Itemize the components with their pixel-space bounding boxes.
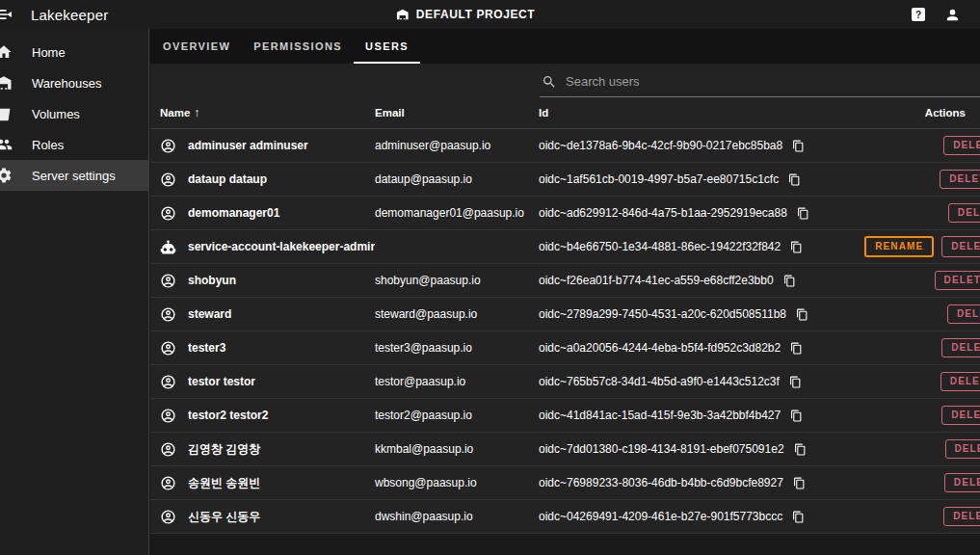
user-name: 김영창 김영창 bbox=[188, 441, 260, 458]
project-warehouse-icon bbox=[396, 8, 410, 21]
user-email: wbsong@paasup.io bbox=[375, 476, 539, 489]
table-body: adminuser adminuser adminuser@paasup.io … bbox=[150, 129, 980, 534]
user-name: tester3 bbox=[188, 341, 225, 355]
users-panel: Name ↑ Email Id Actions adminuser adminu… bbox=[150, 64, 980, 534]
copy-icon[interactable] bbox=[789, 376, 802, 388]
user-id: oidc~7dd01380-c198-4134-8191-ebef075091e… bbox=[539, 442, 784, 456]
table-row[interactable]: dataup dataup dataup@paasup.io oidc~1af5… bbox=[150, 163, 980, 197]
user-name: adminuser adminuser bbox=[188, 139, 308, 152]
home-icon bbox=[0, 43, 13, 61]
search-field bbox=[540, 71, 980, 97]
user-name: testor testor bbox=[188, 375, 255, 388]
column-header-id[interactable]: Id bbox=[539, 107, 763, 119]
project-name: DEFAULT PROJECT bbox=[416, 8, 535, 21]
delete-button[interactable]: DELETE bbox=[948, 203, 980, 223]
table-row[interactable]: tester3 tester3@paasup.io oidc~a0a20056-… bbox=[150, 331, 980, 365]
delete-button[interactable]: DELETE bbox=[945, 439, 980, 459]
rename-button[interactable]: RENAME bbox=[864, 236, 934, 257]
copy-icon[interactable] bbox=[793, 477, 806, 489]
column-header-name[interactable]: Name ↑ bbox=[150, 106, 375, 119]
sidebar-item-label: Volumes bbox=[32, 107, 80, 121]
copy-icon[interactable] bbox=[783, 275, 796, 287]
user-name: service-account-lakekeeper-admin bbox=[188, 240, 375, 253]
table-row[interactable]: adminuser adminuser adminuser@paasup.io … bbox=[150, 129, 980, 163]
user-id: oidc~ad629912-846d-4a75-b1aa-2952919eca8… bbox=[539, 206, 787, 220]
delete-button[interactable]: DELETE bbox=[941, 338, 980, 357]
copy-icon[interactable] bbox=[790, 410, 803, 422]
tab-overview[interactable]: OVERVIEW bbox=[151, 29, 242, 64]
delete-button[interactable]: DELETE bbox=[940, 170, 980, 189]
table-row[interactable]: demomanager01 demomanager01@paasup.io oi… bbox=[150, 197, 980, 230]
user-id: oidc~2789a299-7450-4531-a20c-620d508511b… bbox=[539, 307, 786, 321]
copy-icon[interactable] bbox=[790, 241, 803, 253]
tab-bar: OVERVIEWPERMISSIONSUSERS bbox=[150, 29, 980, 64]
account-circle-icon bbox=[160, 138, 176, 154]
delete-button[interactable]: DELETE bbox=[941, 406, 980, 425]
sidebar-nav: HomeWarehousesVolumesRolesServer setting… bbox=[0, 29, 149, 555]
table-row[interactable]: testor2 testor2 testor2@paasup.io oidc~4… bbox=[150, 399, 980, 433]
delete-button[interactable]: DELETE bbox=[940, 372, 980, 391]
table-row[interactable]: 신동우 신동우 dwshin@paasup.io oidc~04269491-4… bbox=[150, 500, 980, 534]
user-name: 송원빈 송원빈 bbox=[188, 475, 260, 491]
copy-icon[interactable] bbox=[792, 511, 805, 523]
main-content: OVERVIEWPERMISSIONSUSERS Name ↑ Email Id… bbox=[150, 29, 980, 555]
user-id: oidc~de1378a6-9b4c-42cf-9b90-0217ebc85ba… bbox=[539, 139, 782, 152]
user-email: steward@paasup.io bbox=[375, 307, 539, 321]
delete-button[interactable]: DELETE bbox=[935, 271, 980, 290]
user-id: oidc~b4e66750-1e34-4881-86ec-19422f32f84… bbox=[539, 240, 781, 253]
sidebar-item-warehouses[interactable]: Warehouses bbox=[0, 67, 148, 98]
account-circle-icon bbox=[160, 340, 176, 357]
copy-icon[interactable] bbox=[790, 342, 803, 355]
copy-icon[interactable] bbox=[796, 308, 808, 321]
bucket-icon bbox=[0, 105, 13, 122]
robot-icon bbox=[160, 239, 176, 255]
sidebar-item-label: Home bbox=[32, 45, 66, 60]
table-row[interactable]: shobyun shobyun@paasup.io oidc~f26ea01f-… bbox=[150, 264, 980, 298]
table-row[interactable]: steward steward@paasup.io oidc~2789a299-… bbox=[150, 298, 980, 331]
sidebar-item-volumes[interactable]: Volumes bbox=[0, 98, 148, 129]
copy-icon[interactable] bbox=[797, 207, 809, 220]
project-selector[interactable]: DEFAULT PROJECT bbox=[396, 8, 535, 21]
app-title: Lakekeeper bbox=[31, 7, 108, 23]
user-name: dataup dataup bbox=[188, 172, 267, 186]
copy-icon[interactable] bbox=[788, 173, 801, 186]
delete-button[interactable]: DELETE bbox=[947, 304, 980, 324]
user-email: shobyun@paasup.io bbox=[375, 274, 539, 287]
delete-button[interactable]: DELETE bbox=[941, 236, 980, 257]
search-row bbox=[150, 64, 980, 97]
account-circle-icon bbox=[160, 509, 176, 525]
user-email: demomanager01@paasup.io bbox=[375, 206, 539, 220]
user-email: dwshin@paasup.io bbox=[375, 510, 539, 523]
delete-button[interactable]: DELETE bbox=[943, 136, 980, 155]
user-id: oidc~a0a20056-4244-4eba-b5f4-fd952c3d82b… bbox=[539, 341, 781, 355]
people-icon bbox=[0, 136, 13, 153]
table-row[interactable]: testor testor testor@paasup.io oidc~765b… bbox=[150, 365, 980, 399]
user-id: oidc~765b57c8-34d1-4b5d-a9f0-e1443c512c3… bbox=[539, 375, 780, 388]
copy-icon[interactable] bbox=[792, 140, 805, 152]
menu-open-icon[interactable] bbox=[0, 5, 13, 24]
copy-icon[interactable] bbox=[794, 443, 807, 456]
sidebar-item-label: Warehouses bbox=[32, 76, 102, 91]
account-circle-icon bbox=[160, 374, 176, 390]
help-icon[interactable]: ? bbox=[912, 8, 925, 21]
tab-permissions[interactable]: PERMISSIONS bbox=[242, 29, 354, 64]
account-circle-icon bbox=[160, 475, 176, 491]
account-circle-icon bbox=[160, 306, 176, 323]
sidebar-item-roles[interactable]: Roles bbox=[0, 129, 148, 160]
sidebar-item-server-settings[interactable]: Server settings bbox=[0, 160, 148, 191]
app-bar: Lakekeeper DEFAULT PROJECT ? bbox=[0, 0, 980, 29]
table-row[interactable]: service-account-lakekeeper-admin oidc~b4… bbox=[150, 230, 980, 264]
delete-button[interactable]: DELETE bbox=[943, 507, 980, 526]
delete-button[interactable]: DELETE bbox=[944, 473, 980, 492]
sidebar-item-home[interactable]: Home bbox=[0, 37, 148, 67]
search-input[interactable] bbox=[566, 74, 980, 89]
user-email: dataup@paasup.io bbox=[375, 172, 539, 186]
user-id: oidc~1af561cb-0019-4997-b5a7-ee80715c1cf… bbox=[539, 172, 779, 186]
user-id: oidc~04269491-4209-461e-b27e-901f5773bcc… bbox=[539, 510, 782, 523]
table-row[interactable]: 김영창 김영창 kkmbal@paasup.io oidc~7dd01380-c… bbox=[150, 433, 980, 466]
table-row[interactable]: 송원빈 송원빈 wbsong@paasup.io oidc~76989233-8… bbox=[150, 466, 980, 500]
column-header-email[interactable]: Email bbox=[375, 107, 539, 119]
tab-users[interactable]: USERS bbox=[354, 29, 420, 64]
account-icon[interactable] bbox=[944, 7, 961, 23]
user-name: testor2 testor2 bbox=[188, 409, 268, 422]
